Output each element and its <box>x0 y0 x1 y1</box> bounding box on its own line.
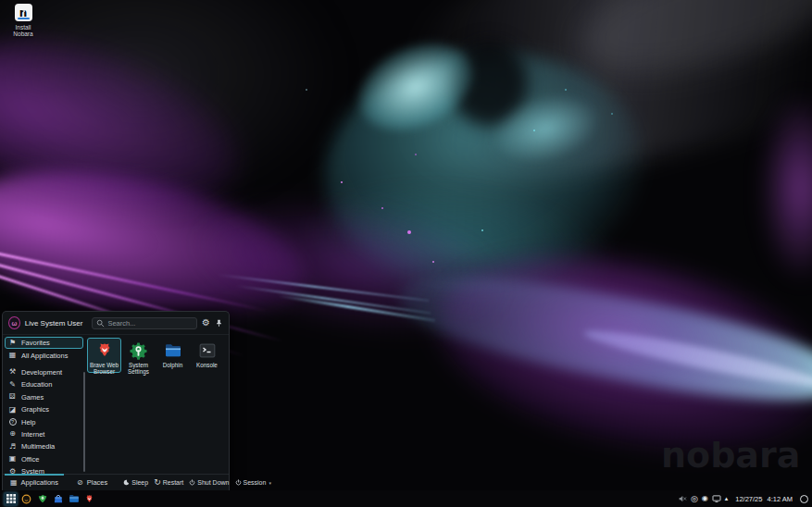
orange-ring-icon <box>21 494 31 504</box>
games-icon: ⚄ <box>8 393 17 401</box>
sleep-moon-icon <box>123 479 130 486</box>
system-tray: ◎◉▴ 12/27/25 4:12 AM <box>678 494 808 503</box>
display-settings-button[interactable] <box>712 494 721 503</box>
file-manager-button[interactable] <box>67 492 81 506</box>
clock-time: 4:12 AM <box>767 495 793 503</box>
app-tile-dolphin[interactable]: Dolphin <box>156 338 190 373</box>
leave-action-label: Shut Down <box>197 479 229 486</box>
tab-places[interactable]: ⊘Places <box>74 475 110 490</box>
session-power-icon <box>235 479 242 486</box>
konsole-terminal-icon <box>198 341 217 360</box>
development-tools-icon: ⚒ <box>8 368 17 376</box>
app-tile-system-settings[interactable]: System Settings <box>121 338 156 373</box>
sidebar-item-label: Development <box>21 368 62 377</box>
sleep-button[interactable]: Sleep <box>123 479 148 486</box>
sidebar-item-education[interactable]: ✎Education <box>5 378 83 390</box>
restart-button[interactable]: ↻Restart <box>154 478 183 487</box>
record-indicator-button[interactable]: ◉ <box>702 495 708 502</box>
tab-applications[interactable]: ▦Applications <box>7 475 61 490</box>
app-tile-label: System Settings <box>122 362 155 375</box>
sidebar-item-internet[interactable]: ⊕Internet <box>5 428 83 440</box>
app-tile-label: Brave Web Browser <box>88 362 120 375</box>
app-tile-konsole[interactable]: Konsole <box>190 338 224 373</box>
show-desktop-button[interactable] <box>800 495 808 503</box>
all-apps-grid-icon: ▦ <box>8 352 17 359</box>
sidebar-item-games[interactable]: ⚄Games <box>5 391 83 403</box>
volume-muted-icon <box>678 494 687 503</box>
ring-dot-icon: ◎ <box>691 495 698 503</box>
sidebar-item-label: Internet <box>21 430 44 439</box>
clock-date: 12/27/25 <box>735 495 762 503</box>
session-button[interactable]: Session▾ <box>235 479 271 486</box>
compass-icon: ⊘ <box>77 479 83 487</box>
sidebar-item-multimedia[interactable]: ♬Multimedia <box>5 440 83 452</box>
sidebar-item-label: Education <box>21 380 52 389</box>
sidebar-item-help[interactable]: ?Help <box>5 415 83 427</box>
launcher-header: ω Live System User ⚙ <box>3 312 229 335</box>
install-nobara-desktop-icon[interactable]: n Install Nobara <box>3 4 44 37</box>
blue-folder-icon <box>69 493 80 504</box>
app-tile-brave-web-browser[interactable]: Brave Web Browser <box>87 338 121 373</box>
sidebar-scrollbar[interactable] <box>83 372 85 472</box>
sidebar-item-label: Help <box>21 418 35 427</box>
restart-arrow-icon: ↻ <box>154 478 161 487</box>
search-icon <box>96 319 105 328</box>
desktop-screen: nobara n Install Nobara ω Live System Us… <box>0 0 812 507</box>
sidebar-item-label: Multimedia <box>21 442 55 451</box>
dolphin-folder-icon <box>164 341 182 360</box>
tab-label: Places <box>87 478 108 487</box>
leave-action-label: Sleep <box>131 479 148 486</box>
tab-label: Applications <box>21 478 58 487</box>
favorites-app-grid: Brave Web BrowserSystem SettingsDolphinK… <box>85 335 229 474</box>
shut-down-button[interactable]: Shut Down <box>189 479 229 486</box>
sidebar-item-favorites[interactable]: ⚑Favorites <box>5 337 83 349</box>
launcher-body: ⚑Favorites▦All Applications⚒Development✎… <box>3 335 229 474</box>
sidebar-item-label: Games <box>21 393 44 402</box>
wallpaper-particles <box>0 0 2 2</box>
leave-action-label: Session <box>244 479 267 486</box>
filled-dot-icon: ◉ <box>702 495 708 502</box>
sidebar-item-all-applications[interactable]: ▦All Applications <box>5 349 83 361</box>
launcher-footer: ▦Applications⊘Places Sleep↻RestartShut D… <box>3 474 229 490</box>
sidebar-item-development[interactable]: ⚒Development <box>5 366 83 378</box>
sidebar-item-office[interactable]: ▣Office <box>5 453 83 465</box>
launcher-grid-icon <box>6 494 16 503</box>
green-wings-app-button[interactable] <box>35 492 49 506</box>
configure-button[interactable]: ⚙ <box>202 318 210 328</box>
green-wings-icon <box>37 493 48 504</box>
education-icon: ✎ <box>8 381 17 389</box>
chevron-down-icon: ▾ <box>269 480 271 486</box>
caret-up-icon: ▴ <box>725 496 729 502</box>
sidebar-item-label: Favorites <box>21 339 50 347</box>
install-icon-label: Install Nobara <box>3 24 44 37</box>
app-tile-label: Dolphin <box>163 362 182 368</box>
application-launcher-menu: ω Live System User ⚙ ⚑Favorites▦All Appl… <box>2 311 230 490</box>
status-ring-button[interactable]: ◎ <box>691 495 698 503</box>
internet-globe-icon: ⊕ <box>8 430 17 438</box>
pin-button[interactable] <box>215 319 223 328</box>
user-name: Live System User <box>25 319 83 328</box>
system-settings-icon <box>129 341 148 360</box>
volume-muted-button[interactable] <box>678 494 687 503</box>
application-launcher-button[interactable] <box>4 492 18 506</box>
search-input[interactable] <box>107 319 193 328</box>
expand-tray-button[interactable]: ▴ <box>725 496 729 502</box>
sidebar-item-graphics[interactable]: ◪Graphics <box>5 403 83 415</box>
red-shield-icon <box>84 494 94 504</box>
orange-ring-app-button[interactable] <box>19 492 33 506</box>
brave-browser-button[interactable] <box>82 492 96 506</box>
sidebar-item-label: Office <box>21 455 39 464</box>
launcher-sidebar: ⚑Favorites▦All Applications⚒Development✎… <box>3 335 85 474</box>
discover-app-button[interactable] <box>51 492 65 506</box>
clock[interactable]: 12/27/25 4:12 AM <box>735 495 793 503</box>
sidebar-item-label: All Applications <box>21 352 68 360</box>
brave-browser-icon <box>95 341 114 360</box>
ring-outline-icon <box>800 495 808 503</box>
display-icon <box>712 494 721 503</box>
user-avatar[interactable]: ω <box>8 316 20 329</box>
app-tile-label: Konsole <box>196 362 218 368</box>
search-box <box>92 317 197 329</box>
graphics-icon: ◪ <box>8 406 17 414</box>
help-icon: ? <box>8 418 17 426</box>
nobara-installer-icon: n <box>15 4 32 21</box>
